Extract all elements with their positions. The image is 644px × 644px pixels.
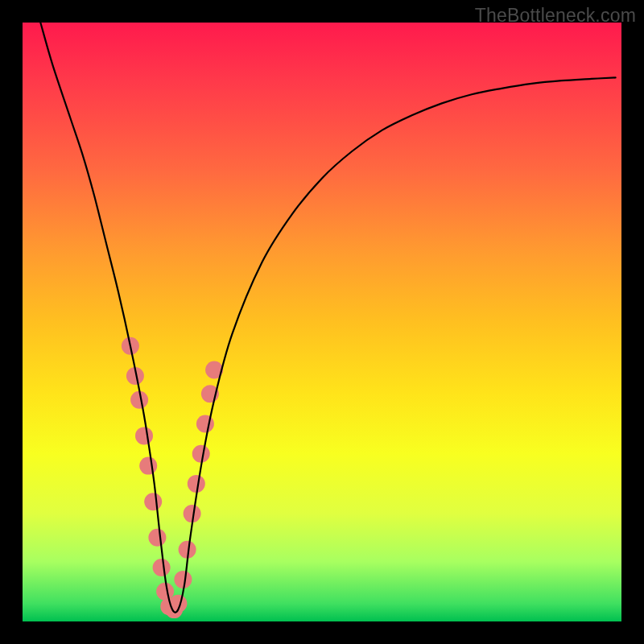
highlight-dot — [139, 457, 157, 475]
chart-svg — [23, 23, 621, 621]
highlight-dot — [192, 445, 210, 463]
watermark-text: TheBottleneck.com — [475, 5, 636, 27]
highlight-dot — [153, 559, 171, 576]
plot-area — [23, 23, 621, 621]
highlight-dot — [144, 493, 162, 510]
highlight-dot — [174, 571, 192, 588]
highlight-dot — [148, 529, 166, 547]
highlight-dot — [135, 427, 153, 444]
highlight-dot — [196, 415, 214, 433]
bottleneck-curve — [40, 23, 615, 613]
highlight-dot — [188, 475, 205, 493]
highlight-dot — [156, 583, 174, 601]
chart-frame: TheBottleneck.com — [0, 0, 644, 644]
